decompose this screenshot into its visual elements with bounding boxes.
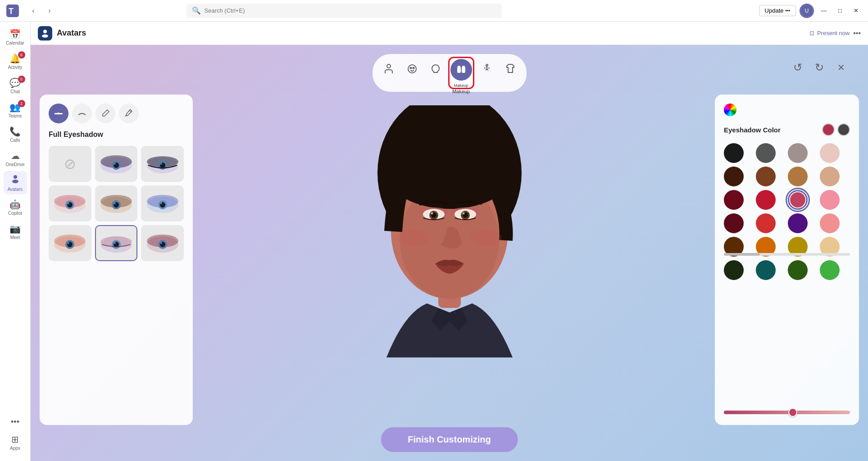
redo-button[interactable]: ↻ [810,59,828,77]
eyeshadow-option-4[interactable] [95,185,138,221]
color-dot-3[interactable] [820,143,840,163]
svg-point-71 [462,212,464,214]
calls-icon: 📞 [9,126,21,137]
maximize-button[interactable]: □ [834,5,846,17]
sidebar-label-onedrive: OneDrive [5,162,24,167]
forward-button[interactable]: › [43,5,56,17]
color-dot-6[interactable] [788,167,808,186]
sidebar-item-onedrive[interactable]: ☁ OneDrive [4,147,27,170]
sidebar-label-copilot: Copilot [8,211,22,216]
copilot-icon: 🤖 [9,199,21,210]
color-dot-22[interactable] [788,260,808,280]
eyeshadow-option-2[interactable] [141,146,184,182]
sidebar-item-calendar[interactable]: 📅 Calendar [4,25,27,49]
nav-controls: ‹ › [25,5,56,17]
color-dot-11[interactable] [820,190,840,210]
color-dot-13[interactable] [756,213,776,233]
color-dot-14[interactable] [788,213,808,233]
sidebar-item-copilot[interactable]: 🤖 Copilot [4,195,27,219]
workspace: Makeup Makeup [31,45,868,461]
sidebar-label-calendar: Calendar [6,41,24,45]
user-avatar[interactable]: U [800,4,814,18]
svg-point-2 [14,175,17,179]
svg-point-4 [43,30,47,33]
toolbar-makeup-wrapper: Makeup Makeup [448,57,474,89]
search-input[interactable] [205,7,496,14]
present-icon: ⊡ [809,30,814,36]
toolbar-makeup-button[interactable]: Makeup [450,59,472,81]
color-dot-0[interactable] [724,143,744,163]
color-dot-20[interactable] [724,260,744,280]
titlebar-right: Update ••• U — □ ✕ [759,4,863,18]
toolbar-head-button[interactable] [425,58,446,80]
intensity-slider-row [724,404,850,416]
cat-tab-pencil[interactable] [95,104,115,123]
sidebar-item-avatars[interactable]: Avatars [4,171,27,194]
color-dot-10[interactable] [788,190,808,210]
cat-tab-marker[interactable] [119,104,139,123]
sidebar-item-activity[interactable]: 🔔 6 Activity [4,50,27,73]
color-dot-4[interactable] [724,167,744,186]
sidebar-item-calls[interactable]: 📞 Calls [4,122,27,146]
avatar-svg [368,105,531,384]
undo-button[interactable]: ↺ [789,59,807,77]
activity-badge: 6 [18,51,25,59]
app-icon [38,26,52,41]
search-bar[interactable]: 🔍 [186,4,502,18]
toolbar-body-button[interactable] [378,58,400,80]
color-dot-5[interactable] [756,167,776,186]
more-options[interactable]: ••• [11,417,19,427]
minimize-button[interactable]: — [818,5,830,17]
sidebar-item-chat[interactable]: 💬 5 Chat [4,74,27,97]
toolbar-pose-button[interactable] [476,58,498,80]
color-dot-1[interactable] [756,143,776,163]
intensity-slider[interactable] [724,411,850,414]
color-dot-21[interactable] [756,260,776,280]
svg-rect-6 [387,64,391,68]
eyeshadow-option-6[interactable] [49,225,91,261]
more-options-button[interactable]: ••• [853,29,861,37]
svg-point-51 [114,242,116,244]
back-button[interactable]: ‹ [27,5,40,17]
svg-point-7 [408,65,416,73]
eyeshadow-option-7[interactable] [95,225,138,261]
color-dot-2[interactable] [788,143,808,163]
eyeshadow-option-none[interactable]: ⊘ [49,146,91,182]
color-dot-9[interactable] [756,190,776,210]
toolbar-outfit-button[interactable] [500,58,521,80]
cat-tab-eyeliner[interactable] [72,104,92,123]
svg-point-73 [470,229,501,247]
workspace-close-button[interactable]: ✕ [832,59,850,77]
color-section-header: Eyeshadow Color [724,123,850,136]
color-scroll-area[interactable] [724,143,850,280]
sidebar-label-apps: Apps [10,446,20,451]
svg-point-26 [160,163,162,165]
color-dot-8[interactable] [724,190,744,210]
sidebar-item-apps[interactable]: ⊞ Apps [4,430,27,454]
sidebar-item-meet[interactable]: 📷 Meet [4,220,27,243]
sidebar-item-teams[interactable]: 👥 2 Teams [4,98,27,122]
eyeshadow-option-1[interactable] [95,146,138,182]
right-panel: Eyeshadow Color [715,95,859,425]
toolbar-face-button[interactable] [401,58,423,80]
avatars-icon [10,174,20,186]
cat-tab-eyeshadow[interactable] [49,104,68,123]
toolbar-body-wrapper [378,58,400,88]
close-button[interactable]: ✕ [850,5,863,17]
color-dot-7[interactable] [820,167,840,186]
eyeshadow-option-5[interactable] [141,185,184,221]
present-now-button[interactable]: ⊡ Present now [809,30,850,36]
toolbar-head-wrapper [425,58,446,88]
eyeshadow-option-8[interactable] [141,225,184,261]
svg-point-14 [486,64,488,66]
color-scrollbar-track[interactable] [724,253,850,256]
eyeshadow-option-3[interactable] [49,185,91,221]
color-dot-23[interactable] [820,260,840,280]
meet-icon: 📷 [9,223,21,234]
svg-point-72 [398,229,429,247]
update-button[interactable]: Update ••• [759,5,796,16]
color-dot-15[interactable] [820,213,840,233]
color-dot-12[interactable] [724,213,744,233]
selected-colors-display [822,123,850,136]
finish-customizing-button[interactable]: Finish Customizing [381,427,518,452]
